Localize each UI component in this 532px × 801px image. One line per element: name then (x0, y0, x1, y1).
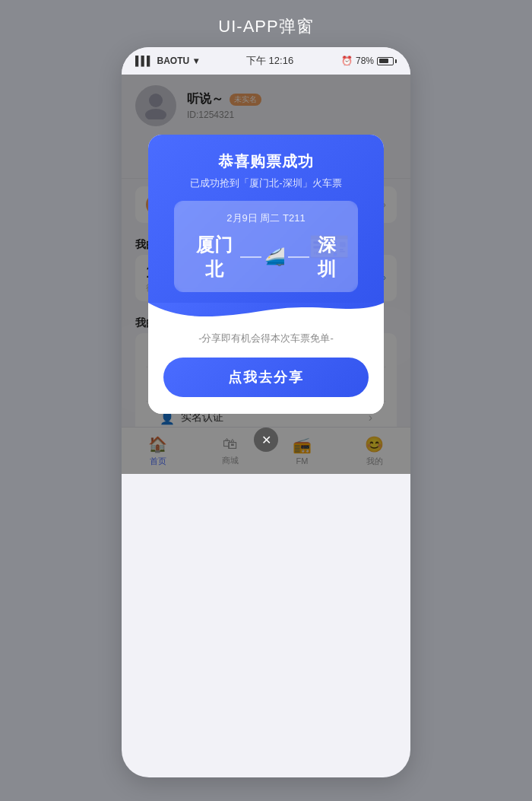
battery-icon (377, 57, 397, 65)
ticket-card: 🎫 2月9日 周二 T211 厦门北 🚄 深圳 (174, 201, 358, 292)
ticket-date-row: 2月9日 周二 T211 (188, 211, 344, 225)
share-button[interactable]: 点我去分享 (163, 358, 369, 397)
modal-close-button[interactable]: ✕ (254, 428, 278, 452)
train-icon: 🚄 (264, 247, 285, 267)
modal-subtitle: 已成功抢到「厦门北-深圳」火车票 (163, 176, 369, 190)
alarm-icon: ⏰ (341, 56, 353, 66)
modal-header: 恭喜购票成功 已成功抢到「厦门北-深圳」火车票 🎫 2月9日 周二 T211 厦… (148, 135, 384, 303)
carrier-name: BAOTU (157, 56, 190, 66)
page-title: UI-APP弹窗 (218, 17, 313, 36)
ticket-to: 深圳 (309, 233, 344, 281)
ticket-train-icon: 🚄 (240, 247, 309, 267)
wifi-icon: ▾ (194, 56, 198, 66)
phone-frame: ▌▌▌ BAOTU ▾ 下午 12:16 ⏰ 78% (122, 47, 410, 777)
battery-percent: 78% (356, 56, 374, 66)
page-header: UI-APP弹窗 (0, 0, 532, 47)
status-bar: ▌▌▌ BAOTU ▾ 下午 12:16 ⏰ 78% (122, 47, 410, 75)
modal-promo: -分享即有机会得本次车票免单- (163, 332, 369, 345)
close-icon: ✕ (261, 433, 271, 447)
status-time: 下午 12:16 (246, 55, 293, 66)
ticket-from: 厦门北 (188, 233, 240, 281)
modal-title: 恭喜购票成功 (163, 151, 369, 172)
modal-body: -分享即有机会得本次车票免单- 点我去分享 (148, 319, 384, 414)
modal-overlay: 恭喜购票成功 已成功抢到「厦门北-深圳」火车票 🎫 2月9日 周二 T211 厦… (122, 75, 410, 474)
app-content: 听说～ 未实名 ID:1254321 5 优惠券 1365 积分 65 余额 (122, 75, 410, 474)
modal: 恭喜购票成功 已成功抢到「厦门北-深圳」火车票 🎫 2月9日 周二 T211 厦… (148, 135, 384, 414)
ticket-route: 厦门北 🚄 深圳 (188, 233, 344, 281)
signal-icon: ▌▌▌ (135, 56, 153, 66)
modal-wave (148, 303, 384, 319)
